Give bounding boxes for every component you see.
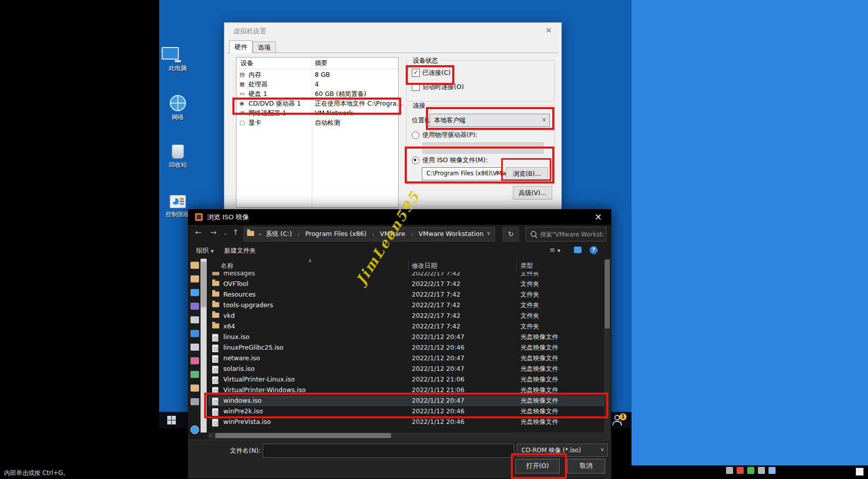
organize-button[interactable]: 组织 ▼ [196,247,214,255]
device-name: 网络适配器 1 [249,109,286,118]
open-button[interactable]: 打开(O) [515,459,560,473]
preview-pane-icon[interactable] [574,247,582,253]
browse-button[interactable]: 浏览(B)... [506,167,548,180]
desktop-icon-network[interactable]: 网络 [162,95,194,122]
column-divider[interactable] [516,260,517,271]
device-row-display[interactable]: ▢ 显卡 自动检测 [236,118,398,128]
file-row[interactable]: winPreVista.iso 2022/1/12 20:46 光盘映像文件 [208,417,604,427]
sidebar-folder-icon[interactable] [190,385,199,392]
column-divider[interactable] [408,260,409,271]
device-row-network-adapter[interactable]: ⇄ 网络适配器 1 VM Network [236,109,398,118]
device-row-memory[interactable]: ▤ 内存 8 GB [236,70,398,80]
tray-harddisk-icon[interactable] [747,467,754,474]
file-type: 光盘映像文件 [520,344,558,352]
horizontal-scrollbar[interactable]: ‹ [208,433,604,439]
column-header-date[interactable]: 修改日期 [412,262,437,270]
tray-cdrom-icon[interactable] [758,467,765,474]
file-row[interactable]: solaris.iso 2022/1/12 20:47 光盘映像文件 [208,364,604,374]
file-row[interactable]: x64 2022/2/17 7:42 文件夹 [208,321,604,332]
cancel-button[interactable]: 取消 [567,459,605,473]
file-row[interactable]: netware.iso 2022/1/12 20:47 光盘映像文件 [208,353,604,364]
physical-drive-radio[interactable] [412,131,419,139]
column-header-name[interactable]: 名称 [221,262,233,270]
tab-options[interactable]: 选项 [253,41,276,53]
column-header-type[interactable]: 类型 [520,262,533,270]
location-dropdown[interactable]: 本地客户端 ∨ [429,114,550,127]
address-dropdown-icon[interactable]: ∨ [487,230,491,236]
file-row[interactable]: vkd 2022/2/17 7:42 文件夹 [208,311,604,321]
file-row[interactable]: tools-upgraders 2022/2/17 7:42 文件夹 [208,300,604,311]
settings-close-icon[interactable]: × [543,25,554,35]
device-row-cdrom[interactable]: ◉ CD/DVD 驱动器 1 正在使用本地文件 C:\Progra... [236,99,398,109]
sidebar-document-icon[interactable] [190,344,199,351]
sidebar-picture-icon[interactable] [190,371,199,378]
desktop-icon-recycle-bin[interactable]: 回收站 [162,145,194,169]
new-folder-button[interactable]: 新建文件夹 [224,247,256,255]
file-date: 2022/1/12 20:47 [412,333,464,341]
file-row[interactable]: OVFTool 2022/2/17 7:42 文件夹 [208,279,604,290]
list-column-headers: ∧ 名称 修改日期 类型 [208,259,604,272]
browse-titlebar[interactable]: 浏览 ISO 映像 × [188,209,611,225]
up-icon[interactable]: ↑ [232,228,239,237]
settings-titlebar[interactable]: 虚拟机设置 × [224,23,561,38]
sidebar-music-icon[interactable] [190,357,199,364]
tray-device-icon[interactable] [726,467,733,474]
refresh-button[interactable]: ↻ [503,227,519,242]
browse-close-icon[interactable]: × [592,212,604,222]
desktop-icon-this-pc[interactable]: 此电脑 [162,47,194,73]
browse-dialog-title: 浏览 ISO 映像 [207,213,249,222]
iso-path-combobox[interactable]: C:\Program Files (x86)\VMw ∨ [422,167,503,180]
iso-file-icon [212,398,218,405]
sidebar-download-icon[interactable] [190,330,199,337]
sidebar-document-icon[interactable] [190,316,199,323]
breadcrumb-vmware[interactable]: VMware [380,230,405,237]
help-button[interactable]: ? [590,246,598,254]
file-row[interactable]: VirtualPrinter-Linux.iso 2022/1/12 21:06… [208,374,604,385]
tray-record-icon[interactable] [737,467,744,474]
sidebar-folder-icon[interactable] [190,275,199,282]
device-row-harddisk[interactable]: ▭ 硬盘 1 60 GB (精简置备) [236,89,398,99]
start-button[interactable] [167,416,176,424]
address-bar[interactable]: « 系统 (C:) › Program Files (x86) › VMware… [244,227,495,242]
horizontal-scrollbar-thumb[interactable] [215,433,391,438]
file-row[interactable]: winPre2k.iso 2022/1/12 20:46 光盘映像文件 [208,406,604,417]
breadcrumb-overflow-icon[interactable]: « [258,231,264,237]
advanced-button[interactable]: 高级(V)... [513,186,552,200]
sidebar-video-icon[interactable] [190,303,199,310]
device-status-group: 设备状态 ✓ 已连接(C) 启动时连接(O) [406,60,555,102]
forward-icon[interactable]: → [210,228,217,237]
device-row-cpu[interactable]: ▦ 处理器 4 [236,80,398,89]
breadcrumb-program-files[interactable]: Program Files (x86) [305,230,366,237]
file-row[interactable]: Resources 2022/2/17 7:42 文件夹 [208,290,604,300]
breadcrumb-system-c[interactable]: 系统 (C:) [266,230,292,237]
connect-at-poweron-checkbox[interactable] [412,83,420,91]
search-box[interactable]: 搜索"VMware Workstation" [525,227,606,242]
show-desktop-button[interactable] [856,468,863,475]
file-row[interactable]: linux.iso 2022/1/12 20:47 光盘映像文件 [208,332,604,343]
sidebar-network-icon[interactable] [190,425,199,434]
browse-footer: 文件名(N): CD-ROM 映像 (*.iso) ∨ 打开(O) 取消 [188,440,611,478]
filetype-dropdown[interactable]: CD-ROM 映像 (*.iso) ∨ [517,444,608,457]
view-selector-button[interactable]: ≡ ▼ [550,246,560,254]
network-adapter-icon: ⇄ [239,110,244,116]
tray-network-icon[interactable] [768,467,776,474]
sidebar-scrollbar-thumb[interactable] [201,262,206,307]
file-row-windows-iso[interactable]: windows.iso 2022/1/12 20:47 光盘映像文件 [208,396,604,406]
file-date: 2022/1/12 20:47 [412,365,464,372]
filename-input[interactable] [263,444,514,458]
connected-checkbox[interactable]: ✓ [412,69,420,77]
iso-image-radio[interactable] [412,157,419,164]
recent-locations-icon[interactable]: ⌄ [223,230,227,236]
sidebar-computer-icon[interactable] [190,289,199,296]
file-row[interactable]: linuxPreGlibc25.iso 2022/1/12 20:46 光盘映像… [208,343,604,353]
breadcrumb-vmware-workstation[interactable]: VMware Workstation [419,230,484,237]
file-row[interactable]: messages 2022/2/17 7:42 文件夹 [208,272,604,279]
vertical-scrollbar-thumb[interactable] [605,260,610,328]
back-icon[interactable]: ← [195,228,202,237]
sidebar-drive-icon[interactable] [190,398,199,405]
tab-hardware[interactable]: 硬件 [229,40,253,53]
sidebar-scrollbar[interactable] [201,259,207,433]
file-row[interactable]: VirtualPrinter-Windows.iso 2022/1/12 21:… [208,385,604,396]
sidebar-folder-icon[interactable] [190,262,199,269]
scroll-left-icon[interactable]: ‹ [209,432,211,439]
